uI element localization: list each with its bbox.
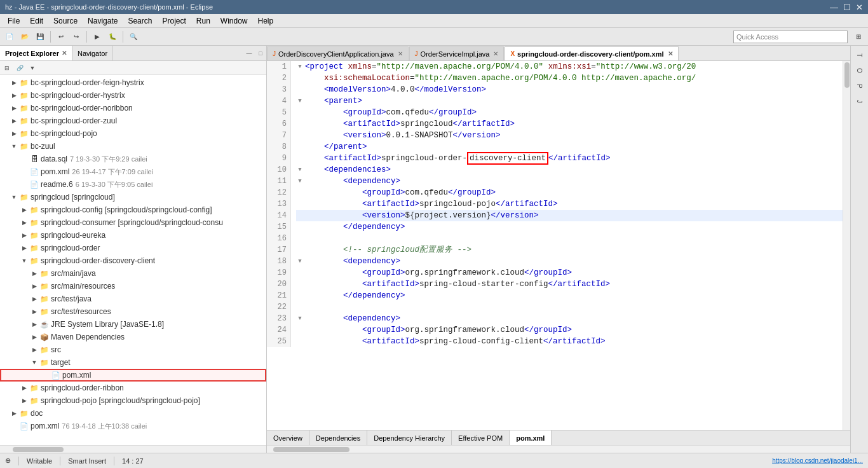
code-line[interactable]: <!-- springcloud配置服务 --> [296, 244, 845, 256]
code-line[interactable]: <artifactId>springcloud-order-discovery-… [296, 153, 845, 164]
status-link[interactable]: https://blog.csdn.net/jiaodalei1... [772, 457, 863, 464]
tree-item[interactable]: ▶📁springcloud-order-ribbon [0, 382, 266, 394]
tree-item[interactable]: ▼📁target [0, 356, 266, 369]
code-line[interactable]: ▼ <dependency> [296, 176, 845, 187]
rs-problems-btn[interactable]: P [853, 79, 867, 93]
code-area[interactable]: ▼<project xmlns="http://maven.apache.org… [291, 61, 850, 347]
tree-item[interactable]: ▶📁springcloud-consumer [springcloud/spri… [0, 216, 266, 229]
tree-item[interactable]: ▶📁src/test/java [0, 292, 266, 305]
close-button[interactable]: ✕ [856, 3, 863, 12]
tree-item[interactable]: ▶📁bc-springcloud-order-feign-hystrix [0, 76, 266, 89]
editor-hscroll[interactable] [267, 445, 850, 453]
tree-item[interactable]: ▶📁src/test/resources [0, 305, 266, 318]
code-line[interactable] [296, 301, 845, 313]
toolbar-run-button[interactable]: ▶ [90, 30, 104, 44]
tree-item[interactable]: ▶📁springcloud-pojo [springcloud/springcl… [0, 394, 266, 407]
tree-item[interactable]: ▶📁springcloud-config [springcloud/spring… [0, 203, 266, 216]
menu-file[interactable]: File [3, 15, 25, 27]
tree-item[interactable]: ▶📁doc [0, 407, 266, 420]
code-line[interactable]: <artifactId>springcloud-pojo</artifactId… [296, 198, 845, 210]
rs-task-list-btn[interactable]: T [853, 48, 867, 62]
editor-tab-springcloud-order-discovery-client-pom-xml[interactable]: Xspringcloud-order-discovery-client/pom.… [505, 46, 678, 60]
menu-search[interactable]: Search [123, 15, 157, 27]
code-line[interactable]: <artifactId>spring-cloud-starter-config<… [296, 279, 845, 290]
code-line[interactable]: <groupId>com.qfedu</groupId> [296, 187, 845, 198]
titlebar-controls[interactable]: — ☐ ✕ [830, 3, 863, 12]
minimize-button[interactable]: — [830, 3, 838, 12]
tree-item[interactable]: 🗄data.sql7 19-3-30 下午9:29 cailei [0, 153, 266, 165]
tree-item[interactable]: ▶📁bc-springcloud-pojo [0, 127, 266, 140]
panel-maximize-btn[interactable]: □ [255, 48, 266, 59]
fold-icon[interactable]: ▼ [296, 97, 304, 105]
code-line[interactable]: <groupId>com.qfedu</groupId> [296, 107, 845, 118]
bottom-tab-dependency-hierarchy[interactable]: Dependency Hierarchy [367, 430, 452, 445]
code-line[interactable]: <groupId>org.springframework.cloud</grou… [296, 324, 845, 336]
tree-item[interactable]: 📄pom.xml26 19-4-17 下午7:09 cailei [0, 165, 266, 178]
tree-item[interactable]: ▶📁springcloud-order [0, 242, 266, 254]
code-line[interactable] [296, 233, 845, 244]
menu-window[interactable]: Window [215, 15, 253, 27]
tree-item[interactable]: ▶📁src [0, 343, 266, 356]
fold-icon[interactable]: ▼ [296, 315, 304, 322]
toolbar-open-button[interactable]: 📂 [18, 30, 32, 44]
code-line[interactable]: <version>0.0.1-SNAPSHOT</version> [296, 130, 845, 141]
code-line[interactable]: ▼<project xmlns="http://maven.apache.org… [296, 61, 845, 72]
tree-item[interactable]: 📄pom.xml76 19-4-18 上午10:38 cailei [0, 420, 266, 432]
bottom-tab-overview[interactable]: Overview [267, 430, 309, 445]
tree-item[interactable]: ▶📁bc-springcloud-order-noribbon [0, 102, 266, 114]
code-line[interactable]: ▼ <parent> [296, 95, 845, 107]
bottom-tab-pom-xml[interactable]: pom.xml [510, 430, 552, 445]
bottom-tab-dependencies[interactable]: Dependencies [309, 430, 367, 445]
bottom-tab-effective-pom[interactable]: Effective POM [452, 430, 510, 445]
toolbar-layout-button[interactable]: ⊞ [851, 30, 865, 44]
editor-vscroll-thumb[interactable] [844, 62, 850, 88]
tab-project-explorer-close[interactable]: ✕ [62, 50, 67, 57]
tree-container[interactable]: ▶📁bc-springcloud-order-feign-hystrix▶📁bc… [0, 75, 266, 445]
editor-tab-orderdiscoveryclientapplication-java[interactable]: JOrderDiscoveryClientApplication.java✕ [267, 46, 409, 60]
panel-collapse-all-btn[interactable]: ⊟ [1, 62, 13, 74]
tree-item[interactable]: ▶📁bc-springcloud-order-zuul [0, 114, 266, 127]
menu-source[interactable]: Source [48, 15, 83, 27]
code-line[interactable]: ▼ <dependencies> [296, 164, 845, 176]
rs-outline-btn[interactable]: O [853, 64, 867, 78]
code-line[interactable]: ▼ <dependency> [296, 313, 845, 324]
fold-icon[interactable]: ▼ [296, 177, 304, 185]
code-line[interactable]: <artifactId>spring-cloud-config-client</… [296, 336, 845, 347]
tree-item[interactable]: 📄pom.xml [0, 369, 266, 382]
rs-javadoc-btn[interactable]: J [853, 94, 867, 108]
tab-navigator[interactable]: Navigator [72, 46, 113, 60]
code-line[interactable]: </dependency> [296, 290, 845, 301]
tree-item[interactable]: ▶☕JRE System Library [JavaSE-1.8] [0, 318, 266, 331]
tree-item[interactable]: ▶📁bc-springcloud-order-hystrix [0, 89, 266, 102]
tree-item[interactable]: ▶📁src/main/java [0, 267, 266, 280]
code-line[interactable]: ▼ <dependency> [296, 256, 845, 267]
tree-item[interactable]: 📄readme.66 19-3-30 下午9:05 cailei [0, 178, 266, 191]
panel-link-btn[interactable]: 🔗 [14, 62, 25, 74]
fold-icon[interactable]: ▼ [296, 258, 304, 265]
fold-icon[interactable]: ▼ [296, 63, 304, 71]
tree-item[interactable]: ▶📁springcloud-eureka [0, 229, 266, 242]
toolbar-redo-button[interactable]: ↪ [69, 30, 83, 44]
fold-icon[interactable]: ▼ [296, 166, 304, 174]
code-line[interactable]: <version>${project.version}</version> [296, 210, 845, 221]
tab-project-explorer[interactable]: Project Explorer ✕ [0, 46, 72, 60]
tree-item[interactable]: ▼📁springcloud-order-discovery-client [0, 254, 266, 267]
toolbar-debug-button[interactable]: 🐛 [105, 30, 119, 44]
editor-tab-close[interactable]: ✕ [398, 50, 403, 57]
code-line[interactable]: <groupId>org.springframework.cloud</grou… [296, 267, 845, 279]
tree-item[interactable]: ▶📁src/main/resources [0, 280, 266, 292]
menu-run[interactable]: Run [191, 15, 215, 27]
code-line[interactable]: </dependency> [296, 221, 845, 233]
toolbar-new-button[interactable]: 📄 [3, 30, 17, 44]
menu-edit[interactable]: Edit [25, 15, 48, 27]
editor-tab-orderserviceimpl-java[interactable]: JOrderServiceImpl.java✕ [409, 46, 505, 60]
editor-hscroll-thumb[interactable] [273, 447, 349, 452]
quick-access-input[interactable]: Quick Access [733, 31, 848, 43]
tree-item[interactable]: ▶📦Maven Dependencies [0, 331, 266, 343]
code-line[interactable]: <artifactId>springcloud</artifactId> [296, 118, 845, 130]
panel-minimize-btn[interactable]: — [243, 48, 255, 59]
code-line[interactable]: xsi:schemaLocation="http://maven.apache.… [296, 72, 845, 84]
tree-item[interactable]: ▼📁bc-zuul [0, 140, 266, 153]
editor-area[interactable]: 1234567891011121314151617181920212223242… [267, 61, 850, 430]
menu-project[interactable]: Project [157, 15, 191, 27]
